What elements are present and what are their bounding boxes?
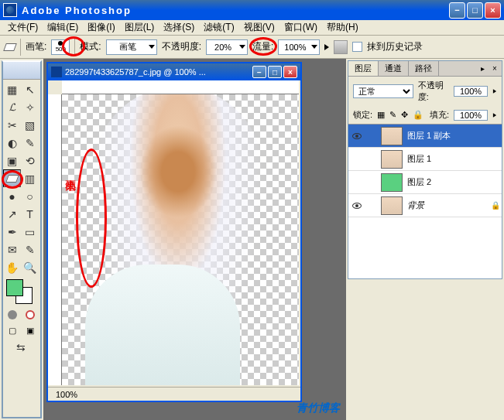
eye-icon xyxy=(352,133,362,139)
minimize-button[interactable]: − xyxy=(449,2,465,19)
screen-mode-2[interactable]: ▣ xyxy=(21,323,39,338)
mode-label: 模式: xyxy=(80,40,101,53)
gradient-tool[interactable]: ▥ xyxy=(21,169,39,187)
layer-row[interactable]: 图层 2 xyxy=(348,171,502,194)
layer-row[interactable]: 图层 1 副本 xyxy=(348,125,502,148)
chevron-down-icon xyxy=(239,45,245,49)
document-titlebar[interactable]: 282997t433625787_c.jpg @ 100% ... − □ × xyxy=(48,63,300,80)
brush-preview[interactable]: 500 xyxy=(51,39,70,55)
ruler-horizontal xyxy=(62,80,299,94)
fill-input[interactable] xyxy=(454,110,488,121)
lock-move-icon[interactable]: ✥ xyxy=(401,110,408,120)
visibility-toggle[interactable] xyxy=(348,203,365,209)
layer-thumbnail[interactable] xyxy=(381,150,403,169)
layer-thumbnail[interactable] xyxy=(381,196,403,215)
history-label: 抹到历史记录 xyxy=(367,40,423,53)
zoom-level[interactable]: 100% xyxy=(56,390,77,399)
chevron-right-icon[interactable] xyxy=(493,89,496,94)
menu-select[interactable]: 选择(S) xyxy=(159,19,199,36)
panel-close-icon[interactable]: × xyxy=(489,63,500,73)
blur-tool[interactable]: ● xyxy=(3,187,21,205)
doc-close-button[interactable]: × xyxy=(283,66,297,78)
document-statusbar: 100% xyxy=(48,387,300,401)
flow-input[interactable] xyxy=(278,39,320,55)
layer-row[interactable]: 背景🔒 xyxy=(348,194,502,217)
flow-label: 流量: xyxy=(252,40,273,53)
layer-name[interactable]: 背景 xyxy=(407,200,491,211)
lasso-tool[interactable]: 𝓛 xyxy=(3,98,21,116)
lock-transparency-icon[interactable]: ▦ xyxy=(377,110,385,120)
path-tool[interactable]: ↗ xyxy=(3,205,21,223)
photoshop-icon xyxy=(3,3,17,17)
layer-opacity-input[interactable] xyxy=(454,86,488,97)
shape-tool[interactable]: ▭ xyxy=(21,223,39,241)
lock-paint-icon[interactable]: ✎ xyxy=(389,110,396,120)
pen-tool[interactable]: ✒ xyxy=(3,223,21,241)
menu-file[interactable]: 文件(F) xyxy=(3,19,43,36)
brush-tool[interactable]: ✎ xyxy=(21,134,39,152)
layer-name[interactable]: 图层 2 xyxy=(407,176,502,188)
screen-mode-1[interactable]: ▢ xyxy=(3,323,21,338)
layer-name[interactable]: 图层 1 xyxy=(407,153,502,165)
visibility-toggle[interactable] xyxy=(348,133,365,139)
marquee-tool[interactable]: ▦ xyxy=(3,80,21,98)
hand-tool[interactable]: ✋ xyxy=(3,258,21,276)
history-brush-tool[interactable]: ⟲ xyxy=(21,152,39,169)
maximize-button[interactable]: □ xyxy=(467,2,483,19)
jump-to-imageready[interactable]: ⇆ xyxy=(3,338,39,356)
chevron-right-icon[interactable] xyxy=(493,113,496,118)
heal-tool[interactable]: ◐ xyxy=(3,134,21,152)
document-canvas[interactable]: 画笔大小 xyxy=(62,94,299,385)
photoshop-icon xyxy=(51,67,62,77)
app-titlebar: Adobe Photoshop − □ × xyxy=(0,0,504,20)
eyedropper-tool[interactable]: ✎ xyxy=(21,241,39,258)
layer-thumbnail[interactable] xyxy=(381,127,403,145)
crop-tool[interactable]: ✂ xyxy=(3,116,21,134)
opacity-input[interactable] xyxy=(206,39,248,55)
document-window[interactable]: 282997t433625787_c.jpg @ 100% ... − □ × … xyxy=(46,62,302,402)
opacity-label: 不透明度: xyxy=(162,40,201,53)
tab-layers[interactable]: 图层 xyxy=(348,61,379,76)
menu-image[interactable]: 图像(I) xyxy=(83,19,119,36)
blend-mode-select[interactable]: 正常 xyxy=(353,84,413,98)
menu-help[interactable]: 帮助(H) xyxy=(322,19,363,36)
eraser-tool[interactable] xyxy=(3,169,21,187)
type-tool[interactable]: T xyxy=(21,205,39,223)
slice-tool[interactable]: ▧ xyxy=(21,116,39,134)
menu-edit[interactable]: 编辑(E) xyxy=(43,19,83,36)
lock-label: 锁定: xyxy=(353,109,372,121)
toolbox: ▦ ↖ 𝓛 ✧ ✂ ▧ ◐ ✎ ▣ ⟲ ▥ ● ○ ↗ T ✒ ▭ ✉ ✎ ✋ … xyxy=(2,60,42,418)
doc-minimize-button[interactable]: − xyxy=(252,66,266,78)
tab-channels[interactable]: 通道 xyxy=(379,61,409,76)
close-button[interactable]: × xyxy=(485,2,501,19)
mode-select[interactable] xyxy=(106,39,157,55)
history-checkbox[interactable] xyxy=(352,42,362,52)
layer-row[interactable]: 图层 1 xyxy=(348,148,502,171)
move-tool[interactable]: ↖ xyxy=(21,80,39,98)
color-swatches[interactable] xyxy=(3,279,39,307)
tab-paths[interactable]: 路径 xyxy=(409,61,439,76)
zoom-tool[interactable]: 🔍 xyxy=(21,258,39,276)
watermark: 青竹博客 xyxy=(297,401,340,415)
layer-thumbnail[interactable] xyxy=(381,173,403,192)
doc-maximize-button[interactable]: □ xyxy=(268,66,282,78)
eraser-tool-icon xyxy=(3,43,17,51)
menu-view[interactable]: 视图(V) xyxy=(239,19,279,36)
layer-name[interactable]: 图层 1 副本 xyxy=(407,130,502,142)
quickmask-mode[interactable] xyxy=(21,307,39,323)
dodge-tool[interactable]: ○ xyxy=(21,187,39,205)
airbrush-icon[interactable] xyxy=(334,40,348,54)
menu-layer[interactable]: 图层(L) xyxy=(120,19,159,36)
wand-tool[interactable]: ✧ xyxy=(21,98,39,116)
lock-all-icon[interactable]: 🔒 xyxy=(413,110,423,120)
panel-menu-icon[interactable]: ▸ xyxy=(477,63,488,73)
foreground-color[interactable] xyxy=(6,279,23,296)
ruler-vertical xyxy=(48,94,62,385)
notes-tool[interactable]: ✉ xyxy=(3,241,21,258)
menu-window[interactable]: 窗口(W) xyxy=(279,19,322,36)
stamp-tool[interactable]: ▣ xyxy=(3,152,21,169)
standard-mode[interactable] xyxy=(3,307,21,323)
menubar: 文件(F) 编辑(E) 图像(I) 图层(L) 选择(S) 滤镜(T) 视图(V… xyxy=(0,20,504,36)
document-title: 282997t433625787_c.jpg @ 100% ... xyxy=(65,67,206,77)
menu-filter[interactable]: 滤镜(T) xyxy=(199,19,238,36)
